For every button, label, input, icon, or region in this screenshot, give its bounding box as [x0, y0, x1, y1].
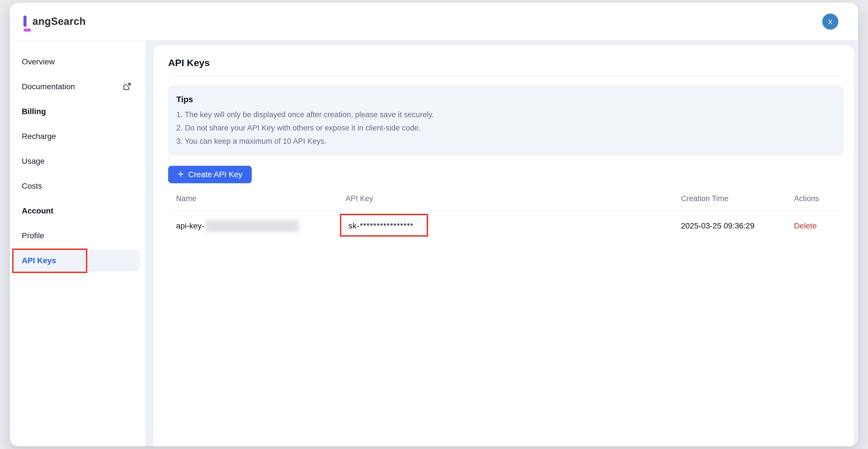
sidebar-item-label: Costs [22, 182, 42, 191]
table-header-row: Name API Key Creation Time Actions [168, 187, 843, 211]
tips-title: Tips [176, 95, 835, 104]
sidebar-item-label: Documentation [22, 82, 75, 91]
langsearch-logo: angSearch [21, 13, 86, 30]
table-row: api-key- sk-**************** 2025-03-25 … [168, 211, 843, 240]
sidebar-section-label: Account [22, 206, 53, 216]
redacted-name-blur [206, 220, 299, 232]
sidebar-item-api-keys[interactable]: API Keys [13, 250, 140, 272]
sidebar-item-costs[interactable]: Costs [10, 174, 146, 198]
delete-key-button[interactable]: Delete [794, 221, 817, 230]
tip-line: 2. Do not share your API Key with others… [176, 121, 835, 135]
sidebar: Overview Documentation Billing Recharge [10, 40, 146, 446]
column-header-creation-time: Creation Time [681, 187, 794, 211]
body-row: Overview Documentation Billing Recharge [10, 40, 858, 446]
logo-l-mark-icon [21, 13, 33, 30]
masked-api-key: sk-**************** [346, 221, 414, 230]
sidebar-item-label: Recharge [22, 132, 56, 141]
sidebar-section-label: Billing [22, 107, 46, 116]
sidebar-item-label: Usage [22, 157, 44, 166]
column-header-name: Name [168, 187, 346, 211]
column-header-actions: Actions [794, 187, 843, 211]
column-header-api-key: API Key [346, 187, 681, 211]
plus-icon: + [178, 169, 184, 179]
sidebar-item-recharge[interactable]: Recharge [10, 124, 146, 149]
top-header: angSearch x [10, 3, 858, 40]
tips-box: Tips 1. The key will only be displayed o… [168, 86, 843, 155]
sidebar-item-profile[interactable]: Profile [10, 223, 146, 248]
create-api-key-button[interactable]: + Create API Key [168, 166, 252, 183]
sidebar-item-documentation[interactable]: Documentation [10, 74, 146, 99]
sidebar-item-label: API Keys [22, 256, 56, 265]
creation-time-cell: 2025-03-25 09:36:29 [681, 211, 794, 240]
page-title: API Keys [168, 57, 843, 76]
app-window: angSearch x Overview Documentation [10, 3, 858, 446]
sidebar-section-billing: Billing [10, 99, 146, 124]
key-name-prefix: api-key- [176, 221, 204, 230]
tip-line: 1. The key will only be displayed once a… [176, 108, 835, 121]
user-avatar[interactable]: x [822, 13, 838, 30]
sidebar-item-overview[interactable]: Overview [10, 50, 146, 74]
sidebar-item-label: Profile [22, 231, 44, 240]
external-link-icon [122, 82, 131, 91]
create-api-key-label: Create API Key [188, 170, 242, 179]
key-name-cell: api-key- [176, 220, 346, 232]
api-keys-table: Name API Key Creation Time Actions api-k… [168, 187, 843, 240]
sidebar-item-label: Overview [22, 57, 55, 66]
tip-line: 3. You can keep a maximum of 10 API Keys… [176, 135, 835, 148]
sidebar-item-usage[interactable]: Usage [10, 149, 146, 174]
main-wrap: API Keys Tips 1. The key will only be di… [146, 40, 858, 446]
logo-text: angSearch [32, 15, 86, 27]
sidebar-section-account: Account [10, 198, 146, 223]
api-keys-panel: API Keys Tips 1. The key will only be di… [153, 45, 854, 446]
